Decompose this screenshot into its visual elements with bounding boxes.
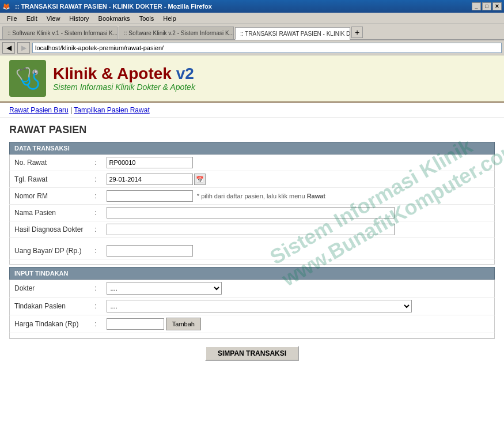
nomor-rm-input[interactable]: [107, 190, 193, 202]
tab-2[interactable]: :: Software Klinik v.2 - Sistem Informas…: [119, 27, 234, 39]
row-tgl-rawat: Tgl. Rawat : 📅: [10, 171, 495, 188]
row-harga-tindakan: Harga Tindakan (Rp) : Tambah: [10, 315, 495, 333]
nomor-rm-label: Nomor RM: [10, 188, 90, 205]
diagnosa-cell: [102, 221, 495, 238]
no-rawat-input[interactable]: [107, 157, 193, 168]
row-nomor-rm: Nomor RM : * pilih dari daftar pasien, l…: [10, 188, 495, 205]
row-diagnosa: Hasil Diagnosa Dokter :: [10, 221, 495, 238]
menubar: File Edit View History Bookmarks Tools H…: [0, 13, 504, 24]
page-title: RAWAT PASIEN: [9, 124, 495, 136]
row-no-rawat: No. Rawat :: [10, 155, 495, 171]
form-area: Sistem Informasi Klinik www.BunafitKompu…: [0, 118, 504, 374]
tambah-btn[interactable]: Tambah: [166, 318, 201, 330]
new-tab-btn[interactable]: +: [351, 27, 363, 38]
calendar-btn[interactable]: 📅: [194, 174, 206, 185]
menu-bookmarks[interactable]: Bookmarks: [94, 14, 135, 23]
nomor-rm-hint: * pilih dari daftar pasien, lalu klik me…: [197, 193, 325, 199]
colon-7: :: [90, 280, 102, 297]
menu-view[interactable]: View: [42, 14, 65, 23]
colon-4: :: [90, 205, 102, 221]
harga-label: Harga Tindakan (Rp): [10, 315, 90, 333]
data-transaksi-table: No. Rawat : Tgl. Rawat : 📅 Nomor RM :: [9, 155, 495, 265]
forward-btn[interactable]: ▶: [17, 42, 30, 54]
addressbar: ◀ ▶: [0, 40, 504, 55]
uang-bayar-input[interactable]: [107, 245, 193, 257]
back-btn[interactable]: ◀: [2, 42, 15, 54]
diagnosa-input[interactable]: [107, 224, 395, 235]
menu-edit[interactable]: Edit: [22, 14, 42, 23]
site-version: v2: [176, 65, 194, 82]
nama-pasien-cell: [102, 205, 495, 221]
menu-history[interactable]: History: [65, 14, 93, 23]
tab-3[interactable]: :: TRANSAKSI RAWAT PASIEN - KLINIK D... …: [235, 27, 350, 40]
no-rawat-cell: [102, 155, 495, 171]
harga-cell: Tambah: [102, 315, 495, 333]
close-btn[interactable]: ✕: [492, 2, 502, 10]
site-header: 🩺 Klinik & Apotek v2 Sistem Informasi Kl…: [0, 55, 504, 103]
dokter-select[interactable]: ....: [107, 282, 222, 295]
nav-links: Rawat Pasien Baru | Tampilkan Pasien Raw…: [0, 103, 504, 118]
colon-2: :: [90, 171, 102, 188]
site-title-text: Klinik & Apotek: [53, 65, 172, 82]
tindakan-select[interactable]: ....: [107, 300, 412, 312]
site-title: Klinik & Apotek v2: [53, 65, 195, 83]
no-rawat-label: No. Rawat: [10, 155, 90, 171]
minimize-btn[interactable]: _: [472, 2, 481, 10]
diagnosa-label: Hasil Diagnosa Dokter: [10, 221, 90, 238]
tgl-rawat-input[interactable]: [107, 174, 193, 185]
menu-tools[interactable]: Tools: [135, 14, 159, 23]
site-title-block: Klinik & Apotek v2 Sistem Informasi Klin…: [53, 65, 195, 92]
input-tindakan-table: Dokter : .... Tindakan Pasien : ....: [9, 280, 495, 338]
colon-3: :: [90, 188, 102, 205]
menu-file[interactable]: File: [2, 14, 22, 23]
tab-3-label: :: TRANSAKSI RAWAT PASIEN - KLINIK D...: [240, 31, 350, 37]
tindakan-cell: ....: [102, 297, 495, 315]
tab-1-label: :: Software Klinik v.1 - Sistem Informas…: [7, 30, 118, 36]
page-content: 🩺 Klinik & Apotek v2 Sistem Informasi Kl…: [0, 55, 504, 422]
titlebar: 🦊 :: TRANSAKSI RAWAT PASIEN - KLINIK DOK…: [0, 0, 504, 13]
colon-9: :: [90, 315, 102, 333]
section-data-transaksi: DATA TRANSAKSI: [9, 142, 495, 155]
window-controls: _ □ ✕: [472, 2, 502, 10]
dokter-cell: ....: [102, 280, 495, 297]
nama-pasien-input[interactable]: [107, 207, 395, 218]
hint-link: Rawat: [307, 193, 325, 199]
maximize-btn[interactable]: □: [482, 2, 491, 10]
spacer-3: [10, 333, 495, 338]
section-input-tindakan: INPUT TINDAKAN: [9, 267, 495, 280]
menu-help[interactable]: Help: [158, 14, 181, 23]
simpan-btn[interactable]: SIMPAN TRANSAKSI: [205, 346, 299, 361]
colon-1: :: [90, 155, 102, 171]
harga-input[interactable]: [107, 318, 164, 330]
window-title: :: TRANSAKSI RAWAT PASIEN - KLINIK DOKTE…: [13, 3, 472, 10]
colon-8: :: [90, 297, 102, 315]
tgl-rawat-label: Tgl. Rawat: [10, 171, 90, 188]
spacer-2: [10, 259, 495, 265]
tab-2-label: :: Software Klinik v.2 - Sistem Informas…: [124, 30, 234, 36]
row-nama-pasien: Nama Pasien :: [10, 205, 495, 221]
uang-bayar-label: Uang Bayar/ DP (Rp.): [10, 243, 90, 259]
row-dokter: Dokter : ....: [10, 280, 495, 297]
uang-bayar-cell: [102, 243, 495, 259]
dokter-label: Dokter: [10, 280, 90, 297]
submit-area: SIMPAN TRANSAKSI: [9, 338, 495, 368]
nav-tampilkan[interactable]: Tampilkan Pasien Rawat: [74, 106, 149, 114]
site-logo: 🩺: [9, 60, 46, 97]
tgl-rawat-cell: 📅: [102, 171, 495, 188]
tabbar: :: Software Klinik v.1 - Sistem Informas…: [0, 24, 504, 40]
nama-pasien-label: Nama Pasien: [10, 205, 90, 221]
logo-icon: 🩺: [15, 66, 41, 91]
nav-rawat-baru[interactable]: Rawat Pasien Baru: [9, 106, 69, 114]
tab-1[interactable]: :: Software Klinik v.1 - Sistem Informas…: [2, 27, 118, 39]
hint-text: * pilih dari daftar pasien, lalu klik me…: [197, 193, 305, 199]
nomor-rm-cell: * pilih dari daftar pasien, lalu klik me…: [102, 188, 495, 205]
colon-6: :: [90, 243, 102, 259]
spacer-1: [10, 238, 495, 243]
site-subtitle: Sistem Informasi Klinik Dokter & Apotek: [53, 82, 195, 92]
address-input[interactable]: [32, 43, 502, 53]
window-icon: 🦊: [2, 3, 10, 10]
tindakan-label: Tindakan Pasien: [10, 297, 90, 315]
colon-5: :: [90, 221, 102, 238]
row-tindakan-pasien: Tindakan Pasien : ....: [10, 297, 495, 315]
date-container: 📅: [107, 174, 490, 185]
